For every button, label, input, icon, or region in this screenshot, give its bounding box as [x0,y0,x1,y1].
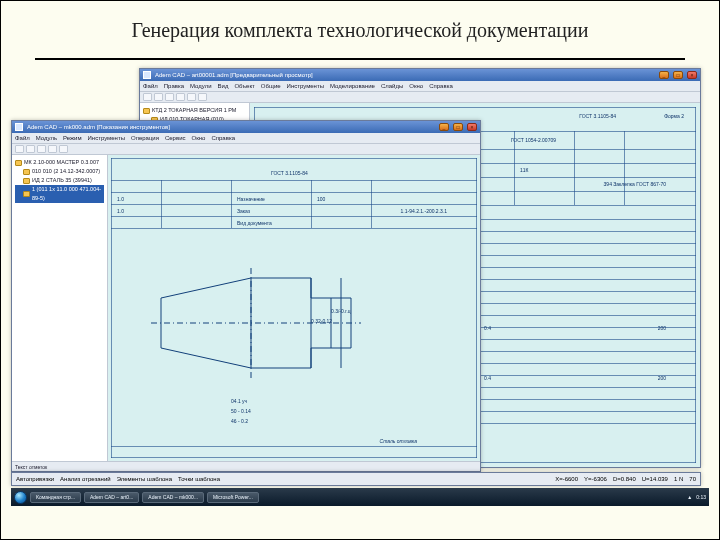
folder-icon [143,108,150,114]
titlebar[interactable]: Adem CAD – art00001.adm [Предварительный… [140,69,700,81]
coord: X=-6600 [555,476,578,482]
os-taskbar[interactable]: Командная стр... Adem CAD – art0... Adem… [11,488,709,506]
tree-node[interactable]: МК 2.10-000 МАСТЕР 0.3.007 [15,158,104,167]
cell: 394 Заклепка ГОСТ 867-70 [604,181,666,187]
sheet-title: ГОСТ 3.1105-84 [271,170,308,176]
dim: 0.3/-0.г.ц [331,308,351,314]
bottom-option-bar: Автопривязки Анализ отрезаний Элементы ш… [11,472,701,486]
titlebar[interactable]: Adem CAD – mk000.adm [Показания инструме… [12,121,480,133]
menu-item[interactable]: Модули [190,83,212,89]
heading-rule [35,58,685,60]
menu-item[interactable]: Инструменты [88,135,125,141]
menu-item[interactable]: Модуль [36,135,57,141]
system-tray[interactable]: ▲ 0:13 [687,494,706,500]
tree-node[interactable]: КТД 2 ТОКАРНАЯ ВЕРСИЯ 1 РМ [143,106,246,115]
app-icon [15,123,23,131]
menu-item[interactable]: Вид [218,83,229,89]
tray-icon[interactable]: ▲ [687,494,692,500]
maximize-button[interactable]: □ [453,123,463,131]
tool-button[interactable] [187,93,196,101]
page-title: Генерация комплекта технологической доку… [1,1,719,52]
drawing-canvas[interactable]: ГОСТ 3.1105-84 1.0 1.0 Назначение Заказ [108,155,480,461]
start-orb[interactable] [14,491,27,504]
clock: 0:13 [696,494,706,500]
task-button[interactable]: Microsoft Power... [207,492,259,503]
cell: 100 [317,196,325,202]
window-front: Adem CAD – mk000.adm [Показания инструме… [11,120,481,472]
tool-button[interactable] [198,93,207,101]
sheet-label: Форма 2 [664,113,684,119]
toolbar [140,92,700,103]
task-button[interactable]: Adem CAD – art0... [84,492,139,503]
tree-node[interactable]: 010 010 (2 14.12-342.0007) [15,167,104,176]
window-title: Adem CAD – art00001.adm [Предварительный… [155,72,313,78]
folder-icon [23,191,30,197]
menu-item[interactable]: Окно [409,83,423,89]
cell: ГОСТ 1054-2.00709 [511,137,556,143]
menu-item[interactable]: Справка [429,83,453,89]
dim: 0.32-0.12 [311,318,332,324]
cell: 11К [520,167,528,173]
coord: 70 [689,476,696,482]
menu-item[interactable]: Слайды [381,83,403,89]
cell: 1.1-94.2.1.-200.2.3.1 [401,208,447,214]
menu-item[interactable]: Окно [191,135,205,141]
menu-item[interactable]: Моделирование [330,83,375,89]
tool-button[interactable] [26,145,35,153]
maximize-button[interactable]: □ [673,71,683,79]
tree-panel[interactable]: МК 2.10-000 МАСТЕР 0.3.007 010 010 (2 14… [12,155,108,461]
menu-item[interactable]: Инструменты [287,83,324,89]
cell: 200 [658,375,666,381]
menu-item[interactable]: Правка [164,83,184,89]
task-button[interactable]: Командная стр... [30,492,81,503]
tool-button[interactable] [176,93,185,101]
coord: Y=-6306 [584,476,607,482]
tool-button[interactable] [15,145,24,153]
window-title: Adem CAD – mk000.adm [Показания инструме… [27,124,170,130]
tool-button[interactable] [154,93,163,101]
task-button[interactable]: Adem CAD – mk000... [142,492,204,503]
menu-item[interactable]: Файл [15,135,30,141]
cell: Заказ [237,208,250,214]
tree-node-selected[interactable]: 1 (011 1x 11.0 000 471.004-89-5) [15,185,104,203]
menubar[interactable]: Файл Правка Модули Вид Объект Общие Инст… [140,81,700,92]
tool-button[interactable] [59,145,68,153]
part-drawing [151,268,371,388]
tool-button[interactable] [143,93,152,101]
close-button[interactable]: × [467,123,477,131]
status-text: Текст отметок [15,464,47,470]
material-label: Сталь отливка [380,438,417,444]
menu-item[interactable]: Справка [211,135,235,141]
menu-item[interactable]: Файл [143,83,158,89]
menu-item[interactable]: Общие [261,83,281,89]
minimize-button[interactable]: _ [659,71,669,79]
cell: Вид документа [237,220,272,226]
statusbar: Текст отметок [12,461,480,471]
coord: 1 N [674,476,683,482]
close-button[interactable]: × [687,71,697,79]
tool-button[interactable] [165,93,174,101]
folder-icon [23,178,30,184]
option[interactable]: Автопривязки [16,476,54,482]
tree-node[interactable]: ИД 2 СТАЛЬ 35 (39941) [15,176,104,185]
option[interactable]: Анализ отрезаний [60,476,111,482]
app-icon [143,71,151,79]
tool-button[interactable] [48,145,57,153]
option[interactable]: Точки шаблона [178,476,220,482]
folder-icon [15,160,22,166]
tool-button[interactable] [37,145,46,153]
dim: 50 - 0.14 [231,408,251,414]
cell: 1.0 [117,196,124,202]
menu-item[interactable]: Режим [63,135,82,141]
menu-item[interactable]: Операция [131,135,159,141]
option[interactable]: Элементы шаблона [117,476,172,482]
cell: 0.4 [484,325,491,331]
minimize-button[interactable]: _ [439,123,449,131]
toolbar [12,144,480,155]
menubar[interactable]: Файл Модуль Режим Инструменты Операция С… [12,133,480,144]
coord: D=0.840 [613,476,636,482]
menu-item[interactable]: Объект [234,83,254,89]
cell: 0.4 [484,375,491,381]
menu-item[interactable]: Сервис [165,135,186,141]
sheet-label: ГОСТ 3.1105-84 [579,113,616,119]
